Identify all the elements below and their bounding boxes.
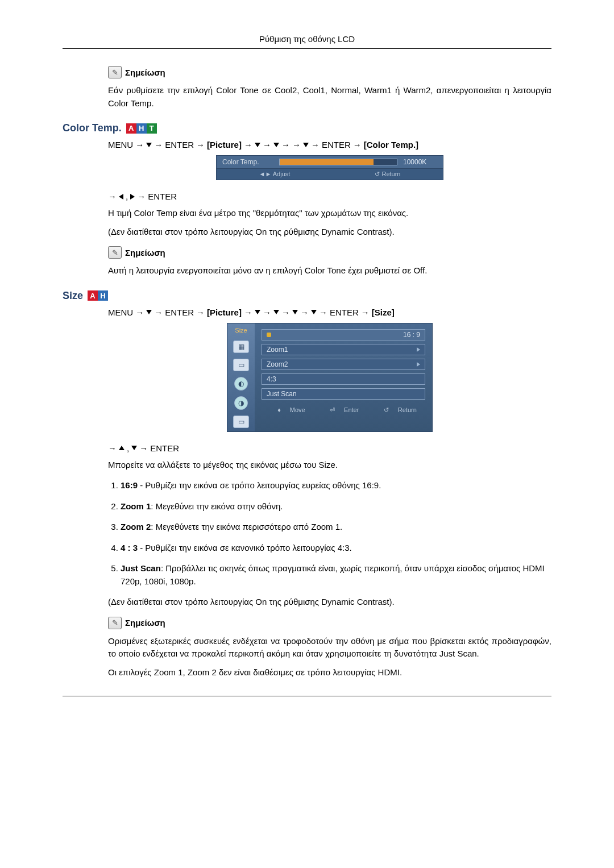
osd-foot-enter: ⏎ Enter <box>322 406 359 414</box>
note-icon: ✎ <box>108 246 122 259</box>
badge-h: H <box>98 290 108 301</box>
note2-text: Αυτή η λειτουργία ενεργοποιείται μόνο αν… <box>108 264 551 277</box>
note-label: Σημείωση <box>125 618 165 628</box>
note-label: Σημείωση <box>125 248 165 258</box>
triangle-down-icon <box>273 143 279 147</box>
nav-path-size-2: → , → ENTER <box>108 443 551 453</box>
osd-ct-return: ↺ Return <box>375 171 400 178</box>
triangle-down-icon <box>292 310 298 314</box>
osd-side-icon-4[interactable]: ◑ <box>234 396 248 410</box>
list-item: Zoom 2: Μεγεθύνετε την εικόνα περισσότερ… <box>121 521 551 534</box>
osd-option-16-9[interactable]: 16 : 9 <box>262 329 425 340</box>
note3-text: Ορισμένες εξωτερικές συσκευές ενδέχεται … <box>108 635 551 661</box>
badge-t: T <box>147 123 157 134</box>
osd-option-4-3[interactable]: 4:3 <box>262 373 425 385</box>
triangle-down-icon <box>303 143 309 147</box>
osd-size-title: Size <box>235 327 247 334</box>
badge-a: A <box>88 290 98 301</box>
osd-side-icon-2[interactable]: ▭ <box>233 359 249 371</box>
note3-text2: Οι επιλογές Zoom 1, Zoom 2 δεν είναι δια… <box>108 666 551 679</box>
osd-side-icon-3[interactable]: ◐ <box>234 377 248 391</box>
osd-ct-adjust: ◄► Adjust <box>259 171 291 178</box>
osd-option-zoom1[interactable]: Zoom1 <box>262 344 425 355</box>
triangle-right-icon <box>130 194 135 200</box>
triangle-down-icon <box>273 310 279 314</box>
badge-h: H <box>136 123 147 134</box>
list-item: 16:9 - Ρυθμίζει την εικόνα σε τρόπο λειτ… <box>121 479 551 492</box>
page-title: Ρύθμιση της οθόνης LCD <box>63 34 551 44</box>
footer-rule <box>63 696 551 696</box>
chevron-right-icon <box>417 347 420 352</box>
triangle-down-icon <box>146 310 152 314</box>
list-item: Just Scan: Προβάλλει τις σκηνές όπως πρα… <box>121 562 551 588</box>
nav-path-colortemp: MENU → → ENTER → [Picture] → → → → → ENT… <box>108 140 551 149</box>
osd-colortemp: Color Temp. 10000K ◄► Adjust ↺ Return <box>216 155 443 180</box>
list-item: 4 : 3 - Ρυθμίζει την εικόνα σε κανονικό … <box>121 542 551 555</box>
triangle-down-icon <box>311 310 317 314</box>
osd-size: Size ▦ ▭ ◐ ◑ ▭ 16 : 9 Zoom1 Zoom2 4:3 Ju… <box>227 323 433 432</box>
osd-option-zoom2[interactable]: Zoom2 <box>262 359 425 370</box>
colortemp-restriction: (Δεν διατίθεται στον τρόπο λειτουργίας O… <box>108 226 551 239</box>
note1-text: Εάν ρυθμίσετε την επιλογή Color Tone σε … <box>108 84 551 110</box>
osd-ct-label: Color Temp. <box>222 158 273 166</box>
header-rule <box>63 48 551 49</box>
osd-ct-slider[interactable] <box>279 159 397 165</box>
osd-option-justscan[interactable]: Just Scan <box>262 388 425 400</box>
note-label: Σημείωση <box>125 68 165 77</box>
note-icon: ✎ <box>108 66 122 78</box>
triangle-left-icon <box>119 194 123 200</box>
size-options-list: 16:9 - Ρυθμίζει την εικόνα σε τρόπο λειτ… <box>108 479 551 588</box>
triangle-down-icon <box>146 143 152 147</box>
mode-badges: A H T <box>126 123 157 134</box>
osd-foot-move: ♦ Move <box>270 406 305 414</box>
osd-side-icon-5[interactable]: ▭ <box>233 416 249 428</box>
chevron-right-icon <box>417 362 420 367</box>
size-restriction: (Δεν διατίθεται στον τρόπο λειτουργίας O… <box>108 596 551 609</box>
list-item: Zoom 1: Μεγεθύνει την εικόνα στην οθόνη. <box>121 500 551 513</box>
badge-a: A <box>126 123 136 134</box>
mode-badges: A H <box>88 290 108 301</box>
osd-ct-value: 10000K <box>403 158 437 166</box>
note-icon: ✎ <box>108 617 122 629</box>
section-title-size: Size <box>63 290 83 302</box>
osd-side-icon-1[interactable]: ▦ <box>233 340 249 353</box>
triangle-down-icon <box>255 143 260 147</box>
triangle-down-icon <box>255 310 260 314</box>
triangle-down-icon <box>131 446 137 450</box>
colortemp-desc: Η τιμή Color Temp είναι ένα μέτρο της "θ… <box>108 207 551 220</box>
triangle-up-icon <box>119 446 125 450</box>
nav-path-colortemp-2: → , → ENTER <box>108 192 551 201</box>
nav-path-size: MENU → → ENTER → [Picture] → → → → → ENT… <box>108 308 551 317</box>
osd-foot-return: ↺ Return <box>376 406 417 414</box>
section-title-colortemp: Color Temp. <box>63 122 122 134</box>
size-desc: Μπορείτε να αλλάξετε το μέγεθος της εικό… <box>108 459 551 472</box>
